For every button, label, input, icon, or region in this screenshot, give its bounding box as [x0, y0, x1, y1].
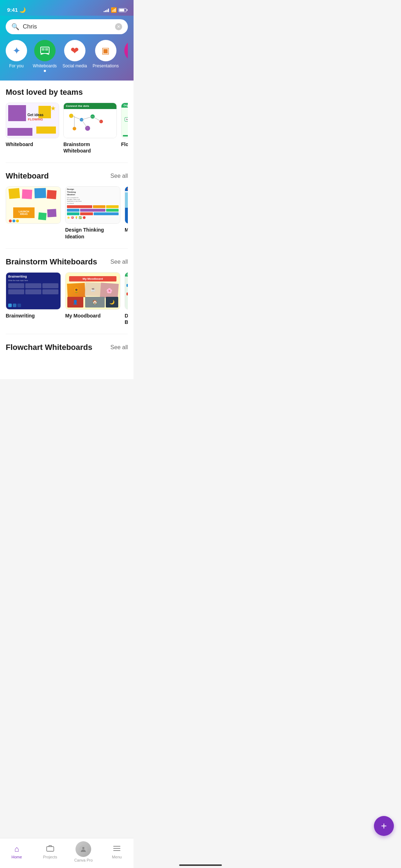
whiteboard-section-title: Whiteboard	[6, 171, 49, 181]
whiteboards-icon-circle	[34, 40, 56, 61]
brainstorm-thumb: Connect the dots	[63, 103, 117, 138]
project-journey-label: My Project Journey	[125, 227, 128, 233]
svg-rect-2	[45, 48, 48, 51]
brainwriting-preview: Brainwriting Write the main topic here	[6, 273, 61, 309]
status-time: 9:41 🌙	[7, 7, 26, 13]
card-design-thinking[interactable]: DesignThinkingIdeation Use a template fo…	[65, 186, 120, 239]
whiteboards-icon	[40, 45, 50, 56]
flowchart-label: Flowchart Whiteboard	[121, 141, 128, 148]
disruptive-thumb: Disruptive Brainstorming	[125, 272, 128, 310]
for-you-icon: ✦	[12, 45, 21, 57]
brainstorm-label: Brainstorm Whiteboard	[63, 141, 117, 154]
presentations-icon-circle: ▣	[95, 40, 116, 61]
social-icon-circle: ❤	[64, 40, 85, 61]
flowchart-section-header: Flowchart Whiteboards See all	[6, 343, 128, 352]
brainstorm-section-title: Brainstorm Whiteboards	[6, 257, 97, 267]
for-you-icon-circle: ✦	[6, 40, 27, 61]
launch-preview: LAUNCHIDEAS	[6, 187, 61, 223]
design-thinking-thumb: DesignThinkingIdeation Use a template fo…	[65, 186, 120, 224]
card-brainstorm[interactable]: Connect the dots	[63, 103, 117, 154]
whiteboard-label: Whiteboard	[6, 141, 59, 148]
flowchart-thumb: Organise your i... Main Topic Sub 1 Sub …	[121, 103, 128, 138]
presentations-icon: ▣	[101, 46, 110, 56]
search-input[interactable]	[23, 23, 111, 30]
status-icons: 📶	[104, 7, 126, 13]
tab-social-media[interactable]: ❤ Social media	[62, 40, 87, 72]
disruptive-label: Disruptive Brainstorming	[125, 312, 128, 325]
video-icon-circle: ▶	[124, 40, 128, 61]
svg-line-5	[71, 116, 82, 120]
signal-icon	[104, 8, 109, 12]
moodboard-preview: My Moodboard 🌻 ☕ 🌸 👤 🏠	[66, 273, 120, 309]
brainstorm-see-all[interactable]: See all	[110, 259, 128, 265]
main-content: Most loved by teams ★ Get ideasFLOWING W…	[0, 81, 134, 408]
wifi-icon: 📶	[111, 7, 117, 13]
launch-thumb: LAUNCHIDEAS	[6, 186, 61, 224]
divider-3	[6, 334, 128, 334]
brainstorm-preview: Connect the dots	[64, 103, 116, 138]
battery-icon	[119, 8, 126, 12]
card-launch[interactable]: LAUNCHIDEAS	[6, 186, 61, 239]
presentations-label: Presentations	[93, 63, 119, 68]
brainstorm-section-header: Brainstorm Whiteboards See all	[6, 257, 128, 267]
svg-line-6	[82, 117, 93, 120]
moodboard-label: My Moodboard	[65, 312, 120, 319]
whiteboard1-preview: ★ Get ideasFLOWING	[6, 103, 59, 138]
flowchart-section-title: Flowchart Whiteboards	[6, 343, 92, 352]
header: 🔍 ✕ ✦ For you Whiteboards	[0, 16, 134, 81]
project-journey-thumb: My Project Journey	[125, 186, 128, 224]
search-icon: 🔍	[11, 23, 19, 31]
content-area: Most loved by teams ★ Get ideasFLOWING W…	[0, 81, 134, 379]
tab-whiteboards[interactable]: Whiteboards	[33, 40, 57, 72]
flowchart-preview: Organise your i... Main Topic Sub 1 Sub …	[121, 103, 128, 138]
whiteboard-cards: LAUNCHIDEAS	[6, 186, 128, 239]
svg-line-7	[93, 117, 101, 122]
design-preview: DesignThinkingIdeation Use a template fo…	[66, 187, 120, 223]
whiteboard-see-all[interactable]: See all	[110, 173, 128, 179]
moodboard-thumb: My Moodboard 🌻 ☕ 🌸 👤 🏠	[65, 272, 120, 310]
brainwriting-thumb: Brainwriting Write the main topic here	[6, 272, 61, 310]
disruptive-preview: Disruptive Brainstorming	[125, 273, 128, 309]
active-indicator	[44, 70, 46, 72]
most-loved-title: Most loved by teams	[6, 88, 128, 97]
tab-for-you[interactable]: ✦ For you	[6, 40, 27, 72]
tab-video[interactable]: ▶ Vid	[124, 40, 128, 72]
divider-1	[6, 162, 128, 163]
social-label: Social media	[62, 63, 87, 68]
whiteboard-section-header: Whiteboard See all	[6, 171, 128, 181]
svg-line-8	[82, 120, 88, 128]
whiteboards-label: Whiteboards	[33, 63, 57, 68]
search-bar: 🔍 ✕	[6, 19, 128, 34]
tab-presentations[interactable]: ▣ Presentations	[93, 40, 119, 72]
clear-button[interactable]: ✕	[115, 23, 122, 30]
card-whiteboard[interactable]: ★ Get ideasFLOWING Whiteboard	[6, 103, 59, 154]
card-brainwriting[interactable]: Brainwriting Write the main topic here	[6, 272, 61, 325]
card-project-journey[interactable]: My Project Journey	[125, 186, 128, 239]
card-flowchart[interactable]: Organise your i... Main Topic Sub 1 Sub …	[121, 103, 128, 154]
bottom-padding	[6, 358, 128, 372]
category-tabs: ✦ For you Whiteboards ❤ Socia	[6, 40, 128, 73]
whiteboard-thumb: ★ Get ideasFLOWING	[6, 103, 59, 138]
flowchart-see-all[interactable]: See all	[110, 344, 128, 351]
most-loved-cards: ★ Get ideasFLOWING Whiteboard Connect th…	[6, 103, 128, 154]
card-moodboard[interactable]: My Moodboard 🌻 ☕ 🌸 👤 🏠	[65, 272, 120, 325]
divider-2	[6, 248, 128, 249]
card-disruptive[interactable]: Disruptive Brainstorming	[125, 272, 128, 325]
svg-rect-1	[42, 48, 45, 51]
design-thinking-label: Design Thinking Ideation	[65, 227, 120, 239]
project-preview: My Project Journey	[125, 187, 128, 223]
social-icon: ❤	[71, 45, 79, 57]
for-you-label: For you	[9, 63, 24, 68]
status-bar: 9:41 🌙 📶	[0, 0, 134, 16]
brainwriting-label: Brainwriting	[6, 312, 61, 319]
brainstorm-cards: Brainwriting Write the main topic here	[6, 272, 128, 325]
